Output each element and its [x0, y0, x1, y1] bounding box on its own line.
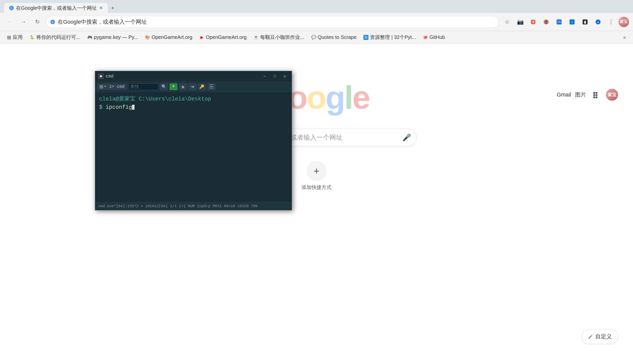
bookmark-label-7: 资源整理 | 32个Pyt...: [370, 34, 416, 41]
extension-1-button[interactable]: ✕: [528, 16, 539, 28]
cmd-close-button[interactable]: ✕: [281, 74, 289, 79]
extension-3-button[interactable]: ON: [554, 16, 565, 28]
bookmark-item-youtube[interactable]: ▶ OpenGameArt.org: [196, 33, 250, 42]
bookmark-favicon-youtube: ▶: [199, 35, 204, 40]
profile-avatar[interactable]: 家宝: [618, 17, 629, 27]
google-apps-icon: [592, 91, 599, 98]
bookmark-label-github: GitHub: [429, 34, 445, 40]
maximize-icon: □: [274, 74, 276, 78]
url-text: 在Google中搜索，或者输入一个网址: [58, 18, 147, 26]
cmd-icon-symbol: ■: [100, 74, 102, 78]
extension-6-button[interactable]: ●: [592, 16, 603, 28]
svg-rect-17: [595, 92, 597, 94]
apps-grid-button[interactable]: ⊞ Gmail 应用: [4, 32, 26, 42]
bookmark-star-button[interactable]: ☆: [502, 16, 513, 28]
bookmark-item-github[interactable]: 🐙 GitHub: [420, 33, 448, 42]
extension-5-button[interactable]: ▐▌: [580, 16, 590, 28]
customize-button[interactable]: 自定义: [582, 329, 618, 344]
customize-label: 自定义: [595, 333, 612, 340]
active-tab[interactable]: G 在Google中搜索，或者输入一个网址 ✕: [4, 3, 108, 13]
avatar-label: 家宝: [620, 19, 628, 24]
screenshot-button[interactable]: 📷: [515, 16, 526, 28]
back-button[interactable]: ←: [4, 16, 15, 28]
forward-button[interactable]: →: [18, 16, 29, 28]
browser-chrome: G 在Google中搜索，或者输入一个网址 ✕ + ← → ↻ G 在Googl…: [0, 0, 633, 44]
header-profile-avatar[interactable]: 家宝: [606, 89, 618, 101]
cmd-prompt-symbol: $: [99, 104, 102, 110]
bookmark-favicon-2: 🎮: [87, 35, 92, 40]
svg-text:✕: ✕: [532, 20, 534, 24]
cmd-option3-button[interactable]: 🔑: [198, 83, 206, 90]
cmd-maximize-button[interactable]: □: [271, 74, 279, 79]
svg-rect-20: [595, 94, 597, 96]
reload-button[interactable]: ↻: [32, 16, 43, 28]
cmd-add-button[interactable]: +: [169, 83, 177, 90]
new-tab-btn[interactable]: +: [108, 3, 118, 13]
mic-icon[interactable]: 🎤: [402, 134, 411, 142]
cmd-path: clela@黄家宝 C:\Users\clela\Desktop: [99, 96, 211, 102]
cmd-prompt-line-2: $ ipconfig: [99, 103, 288, 112]
bookmark-favicon-github: 🐙: [423, 35, 428, 40]
page-content: Google Gmail 图片 家宝 🔍 在 Google 上搜索，或者输入一个…: [0, 44, 633, 364]
cmd-option1-button[interactable]: ▣: [179, 83, 187, 90]
header-avatar-label: 家宝: [607, 92, 616, 98]
bookmark-item-2[interactable]: 🎮 pygame.key — Py...: [84, 33, 141, 42]
cmd-body: clela@黄家宝 C:\Users\clela\Desktop $ ipcon…: [95, 92, 292, 202]
svg-text:▐▌: ▐▌: [584, 21, 587, 24]
svg-rect-19: [593, 94, 595, 96]
bookmark-item-1[interactable]: 🐍 将你的代码运行可...: [27, 32, 83, 42]
tab-title: 在Google中搜索，或者输入一个网址: [16, 5, 97, 12]
cmd-minimize-button[interactable]: —: [261, 74, 269, 79]
address-bar[interactable]: G 在Google中搜索，或者输入一个网址: [46, 16, 499, 28]
cmd-subtoolbar: < 1> cmd 🔍 + ▣ ≡▣ 🔑 ☰: [95, 82, 292, 92]
cmd-window: ■ cmd — □ ✕ < 1> cmd 🔍 + ▣ ≡▣ 🔑: [95, 71, 292, 210]
extension-4-button[interactable]: N: [567, 16, 578, 28]
add-shortcut-button[interactable]: +: [307, 161, 326, 181]
bookmark-item-3[interactable]: 🎨 OpenGameArt.org: [142, 33, 195, 42]
google-icon: G: [50, 20, 55, 24]
cmd-option4-button[interactable]: ☰: [207, 83, 216, 90]
svg-text:G: G: [52, 21, 54, 24]
cmd-titlebar: ■ cmd — □ ✕: [95, 71, 292, 82]
svg-text:●: ●: [597, 21, 599, 24]
images-link[interactable]: 图片: [575, 91, 586, 98]
bookmarks-more-button[interactable]: »: [620, 33, 629, 42]
header-right: Gmail 图片 家宝: [557, 89, 618, 101]
bookmark-favicon-3: 🎨: [145, 35, 150, 40]
svg-rect-23: [595, 96, 597, 98]
cmd-search-button[interactable]: 🔍: [160, 83, 168, 90]
pencil-icon: [588, 334, 593, 339]
bookmark-favicon-5: ☕: [254, 35, 259, 40]
cmd-tab-1[interactable]: < 1> cmd: [97, 83, 127, 90]
gmail-link[interactable]: Gmail: [557, 92, 571, 98]
apps-grid-icon: ⊞: [7, 34, 11, 40]
shortcuts-container: + 添加快捷方式: [302, 161, 331, 191]
cmd-tab-label: < 1> cmd: [104, 84, 125, 89]
browser-toolbar: ← → ↻ G 在Google中搜索，或者输入一个网址 ☆ 📷 ✕: [0, 13, 633, 31]
more-menu-button[interactable]: ⋮: [605, 16, 616, 28]
svg-text:ON: ON: [557, 21, 561, 24]
cmd-search-input[interactable]: [129, 84, 158, 90]
tab-bar: G 在Google中搜索，或者输入一个网址 ✕ +: [0, 0, 633, 13]
toolbar-right: ☆ 📷 ✕ 👤 ON: [502, 16, 629, 28]
bookmark-favicon-1: 🐍: [30, 35, 35, 40]
close-icon: ✕: [284, 74, 286, 79]
google-apps-button[interactable]: [590, 89, 602, 101]
extension-2-button[interactable]: 👤: [541, 16, 552, 28]
bookmark-favicon-quotes: 💬: [311, 35, 316, 40]
tab-favicon: G: [9, 6, 14, 10]
bookmark-label-1: 将你的代码运行可...: [36, 34, 80, 41]
cmd-option2-button[interactable]: ≡▣: [188, 83, 196, 90]
bookmark-item-quotes[interactable]: 💬 Quotes to Scrape: [308, 33, 360, 42]
cmd-status-text: cmd.exe*[64]:15972 « 191012[64] 1/1 [+] …: [98, 204, 258, 208]
tab-close-icon[interactable]: ✕: [99, 5, 103, 11]
apps-text: 应用: [13, 34, 23, 41]
svg-rect-22: [593, 96, 595, 98]
cmd-cursor: [132, 105, 135, 110]
add-shortcut-label: 添加快捷方式: [302, 184, 331, 191]
minimize-icon: —: [264, 74, 266, 78]
bookmark-item-5[interactable]: ☕ 每颗豆小咖班作业...: [251, 32, 307, 42]
bookmark-item-7[interactable]: 知 资源整理 | 32个Pyt...: [360, 32, 419, 42]
bookmark-favicon-7: 知: [363, 35, 368, 40]
svg-text:👤: 👤: [544, 20, 548, 24]
